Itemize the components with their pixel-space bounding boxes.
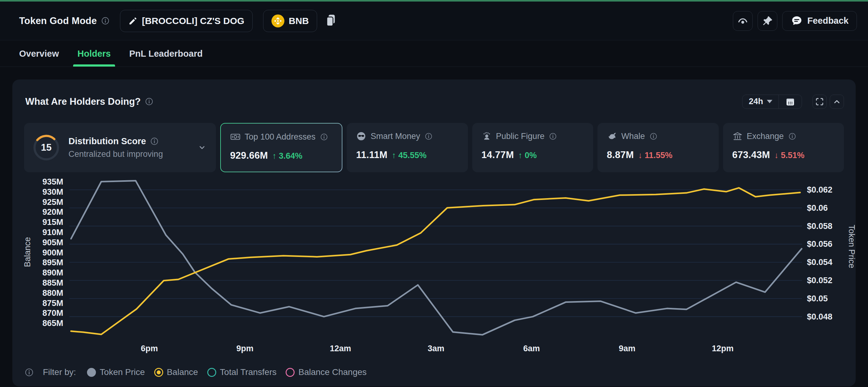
pin-button[interactable] (757, 11, 777, 31)
legend-marker (154, 368, 163, 377)
legend-item-total-transfers[interactable]: Total Transfers (207, 367, 277, 377)
tab-overview[interactable]: Overview (19, 41, 59, 67)
feedback-label: Feedback (807, 16, 848, 26)
fullscreen-icon (815, 97, 825, 107)
stat-change: ↓ 5.51% (774, 151, 804, 160)
stat-card-smart-money[interactable]: Smart Money 11.11M ↑ 45.55% (347, 123, 468, 172)
distribution-score-title: Distribution Score (68, 136, 146, 146)
stat-change: ↑ 0% (518, 151, 537, 160)
copy-address-button[interactable] (324, 13, 337, 29)
watchlist-button[interactable] (733, 11, 753, 31)
info-icon[interactable] (788, 133, 796, 140)
info-icon[interactable] (145, 97, 153, 106)
pin-icon (761, 15, 774, 27)
info-icon[interactable] (25, 368, 34, 377)
caret-down-icon (767, 100, 772, 103)
info-icon[interactable] (150, 137, 159, 145)
legend-marker (87, 368, 96, 377)
whale-icon (607, 131, 617, 141)
legend-marker (207, 368, 216, 377)
chevron-up-icon (832, 97, 842, 107)
distribution-score-card[interactable]: 15 Distribution Score Centralized but im… (24, 123, 216, 172)
tab-pnl-leaderboard[interactable]: PnL Leaderboard (129, 41, 203, 67)
person-sparkle-icon (482, 131, 492, 141)
topbar: Token God Mode [BROCCOLI] CZ'S DOG BNB F… (0, 2, 868, 40)
time-range-dropdown[interactable]: 24h (742, 95, 779, 108)
stat-card-whale[interactable]: Whale 8.87M ↓ 11.55% (597, 123, 718, 172)
panel-controls: 24h (742, 95, 844, 109)
legend-item-balance-changes[interactable]: Balance Changes (286, 367, 367, 377)
legend-item-balance[interactable]: Balance (154, 367, 198, 377)
calendar-icon (785, 97, 796, 107)
time-range-value: 24h (749, 97, 763, 106)
feedback-button[interactable]: Feedback (782, 11, 857, 31)
legend-item-token-price[interactable]: Token Price (87, 367, 145, 377)
copy-icon (324, 13, 337, 28)
calendar-button[interactable] (779, 95, 802, 108)
time-range-group: 24h (742, 95, 802, 109)
stat-card-public-figure[interactable]: Public Figure 14.77M ↑ 0% (472, 123, 593, 172)
sunglasses-face-icon (356, 131, 367, 141)
info-icon[interactable] (425, 133, 432, 140)
pencil-icon (128, 16, 137, 26)
info-icon[interactable] (650, 133, 657, 140)
holders-activity-panel: What Are Holders Doing? 24h (12, 79, 856, 386)
stat-change: ↑ 3.64% (272, 151, 303, 161)
distribution-gauge: 15 (32, 133, 60, 162)
chat-bubble-icon (790, 15, 803, 27)
watch-icon (736, 14, 749, 27)
token-god-mode-page: Token God Mode [BROCCOLI] CZ'S DOG BNB F… (0, 0, 868, 387)
info-icon[interactable] (320, 133, 328, 141)
page-title: Token God Mode (19, 15, 97, 27)
fullscreen-button[interactable] (812, 95, 827, 109)
panel-title: What Are Holders Doing? (25, 96, 141, 107)
chain-name: BNB (289, 16, 309, 26)
stat-change: ↑ 45.55% (392, 151, 427, 160)
token-selector[interactable]: [BROCCOLI] CZ'S DOG (120, 10, 253, 32)
legend-marker (286, 368, 294, 377)
holder-stats-row: 15 Distribution Score Centralized but im… (24, 123, 844, 172)
distribution-score-value: 15 (32, 133, 60, 162)
chart-filter-legend: Filter by: Token Price Balance Total Tra… (25, 365, 367, 380)
stat-card-top-100-addresses[interactable]: Top 100 Addresses 929.66M ↑ 3.64% (220, 123, 342, 172)
collapse-panel-button[interactable] (830, 95, 844, 109)
panel-header: What Are Holders Doing? 24h (12, 79, 856, 115)
chevron-down-icon[interactable] (197, 143, 207, 152)
chain-selector[interactable]: BNB (263, 10, 317, 32)
banknote-icon (230, 132, 241, 142)
token-name: [BROCCOLI] CZ'S DOG (142, 16, 244, 26)
filter-by-label: Filter by: (43, 367, 76, 377)
bank-icon (732, 131, 743, 141)
distribution-score-subtitle: Centralized but improving (68, 149, 197, 159)
main-tabs: OverviewHoldersPnL Leaderboard (0, 41, 868, 67)
bnb-coin-icon (272, 14, 284, 27)
info-icon[interactable] (101, 16, 110, 25)
tab-holders[interactable]: Holders (78, 41, 111, 67)
info-icon[interactable] (549, 133, 557, 140)
stat-change: ↓ 11.55% (638, 151, 673, 160)
stat-card-exchange[interactable]: Exchange 673.43M ↓ 5.51% (723, 123, 844, 172)
